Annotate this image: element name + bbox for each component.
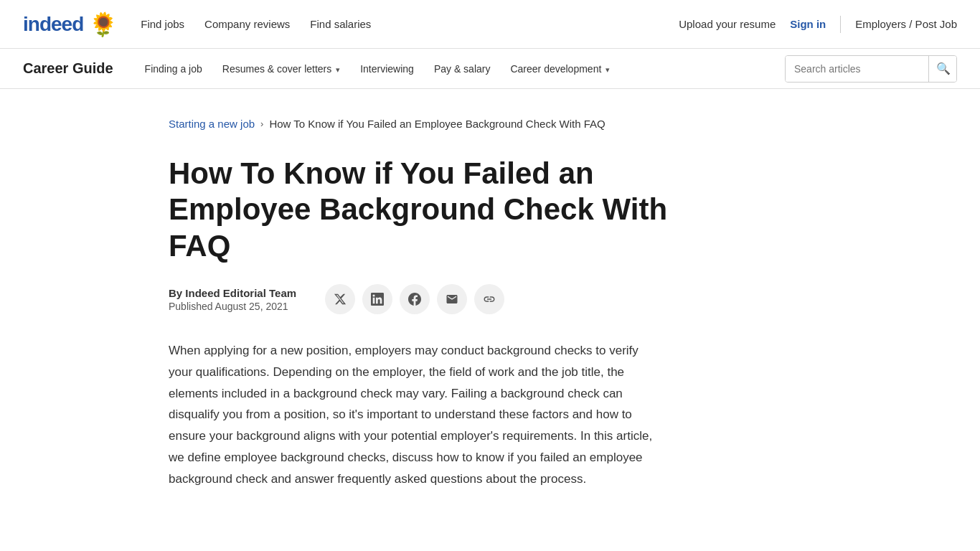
author-name: Indeed Editorial Team [185, 287, 296, 299]
career-nav-links: Finding a job Resumes & cover letters ▾ … [136, 59, 785, 79]
indeed-logo-link[interactable]: indeed 🌻 [23, 11, 118, 38]
breadcrumb-separator: › [260, 118, 263, 129]
sunflower-icon: 🌻 [89, 11, 118, 38]
breadcrumb-current: How To Know if You Failed an Employee Ba… [269, 118, 605, 130]
sign-in-link[interactable]: Sign in [790, 18, 826, 30]
share-email-button[interactable] [437, 284, 467, 314]
resumes-dropdown-arrow: ▾ [336, 65, 340, 74]
employers-link[interactable]: Employers / Post Job [855, 18, 957, 30]
published-date: Published August 25, 2021 [169, 301, 296, 312]
share-twitter-button[interactable] [325, 284, 355, 314]
career-guide-title: Career Guide [23, 60, 113, 77]
pay-salary-link[interactable]: Pay & salary [425, 59, 499, 79]
top-navigation: indeed 🌻 Find jobs Company reviews Find … [0, 0, 980, 49]
breadcrumb-parent-link[interactable]: Starting a new job [169, 118, 255, 130]
search-button[interactable]: 🔍 [928, 56, 957, 82]
career-guide-navigation: Career Guide Finding a job Resumes & cov… [0, 49, 980, 89]
search-box: 🔍 [785, 55, 957, 83]
breadcrumb: Starting a new job › How To Know if You … [169, 118, 811, 130]
share-linkedin-button[interactable] [362, 284, 392, 314]
top-nav-links: Find jobs Company reviews Find salaries [141, 18, 679, 30]
indeed-logo-text: indeed [23, 13, 83, 36]
search-input[interactable] [786, 56, 928, 82]
share-facebook-button[interactable] [400, 284, 430, 314]
author-info: By Indeed Editorial Team Published Augus… [169, 287, 296, 312]
interviewing-link[interactable]: Interviewing [352, 59, 423, 79]
find-jobs-link[interactable]: Find jobs [141, 18, 184, 30]
career-dropdown-arrow: ▾ [606, 65, 610, 74]
main-content: Starting a new job › How To Know if You … [146, 89, 834, 532]
finding-a-job-link[interactable]: Finding a job [136, 59, 211, 79]
share-link-button[interactable] [474, 284, 504, 314]
nav-divider [840, 16, 841, 33]
article-intro-paragraph: When applying for a new position, employ… [169, 340, 656, 489]
find-salaries-link[interactable]: Find salaries [310, 18, 371, 30]
article-title: How To Know if You Failed an Employee Ba… [169, 156, 671, 264]
career-development-link[interactable]: Career development ▾ [501, 59, 618, 79]
resumes-cover-letters-link[interactable]: Resumes & cover letters ▾ [214, 59, 349, 79]
upload-resume-link[interactable]: Upload your resume [679, 18, 776, 30]
author-meta: By Indeed Editorial Team Published Augus… [169, 284, 811, 314]
article-body: When applying for a new position, employ… [169, 340, 656, 489]
company-reviews-link[interactable]: Company reviews [204, 18, 290, 30]
author-byline: By Indeed Editorial Team [169, 287, 296, 299]
top-nav-right: Upload your resume Sign in Employers / P… [679, 16, 957, 33]
share-buttons [325, 284, 504, 314]
